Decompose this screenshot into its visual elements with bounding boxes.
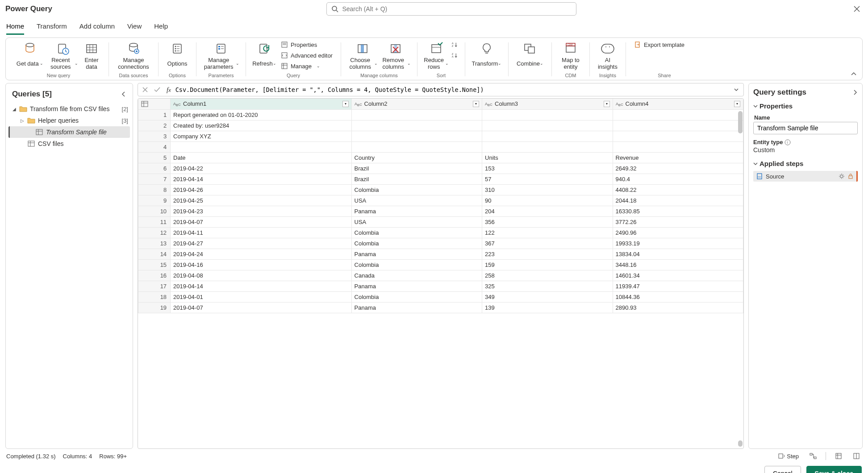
tab-view[interactable]: View — [127, 20, 142, 35]
table-cell[interactable]: 356 — [482, 216, 613, 227]
applied-steps-section[interactable]: Applied steps — [753, 160, 858, 167]
table-cell[interactable] — [613, 131, 743, 141]
get-data-button[interactable]: Get data ⌄ — [14, 40, 46, 72]
table-cell[interactable] — [171, 141, 351, 152]
table-cell[interactable]: 16330.85 — [613, 206, 743, 216]
step-source[interactable]: csv Source — [753, 171, 858, 182]
column-header[interactable]: ABCColumn1▾ — [171, 99, 351, 109]
table-cell[interactable] — [351, 120, 482, 131]
table-row[interactable]: 132019-04-27Colombia36719933.19 — [138, 238, 743, 249]
transform-button[interactable]: Transform⌄ — [471, 40, 503, 72]
table-cell[interactable]: Country — [351, 152, 482, 163]
table-row[interactable]: 102019-04-23Panama20416330.85 — [138, 206, 743, 216]
remove-columns-button[interactable]: Remove columns ⌄ — [380, 40, 412, 72]
table-cell[interactable]: 2019-04-26 — [171, 184, 351, 195]
map-to-entity-button[interactable]: CDM Map to entity — [557, 40, 584, 72]
table-cell[interactable]: 2019-04-01 — [171, 291, 351, 302]
table-cell[interactable]: 2019-04-14 — [171, 281, 351, 291]
table-cell[interactable]: 310 — [482, 184, 613, 195]
table-cell[interactable]: 325 — [482, 281, 613, 291]
table-cell[interactable]: 159 — [482, 259, 613, 270]
tab-transform[interactable]: Transform — [37, 20, 67, 35]
select-all-corner[interactable] — [138, 99, 171, 109]
table-row[interactable]: 82019-04-26Colombia3104408.22 — [138, 184, 743, 195]
table-cell[interactable]: USA — [351, 216, 482, 227]
column-header[interactable]: ABCColumn3▾ — [482, 99, 613, 109]
table-row[interactable]: 172019-04-14Panama32511939.47 — [138, 281, 743, 291]
table-cell[interactable] — [351, 109, 482, 120]
table-cell[interactable]: 2490.96 — [613, 227, 743, 238]
search-box[interactable] — [326, 2, 576, 16]
table-cell[interactable]: 4408.22 — [613, 184, 743, 195]
table-row[interactable]: 92019-04-25USA902044.18 — [138, 195, 743, 206]
tree-item[interactable]: Transform Sample file — [8, 126, 130, 138]
table-cell[interactable]: 153 — [482, 163, 613, 174]
table-cell[interactable]: 2019-04-27 — [171, 238, 351, 249]
table-cell[interactable] — [482, 120, 613, 131]
table-cell[interactable]: 258 — [482, 270, 613, 281]
column-header[interactable]: ABCColumn2▾ — [351, 99, 482, 109]
table-row[interactable]: 162019-04-08Canada25814601.34 — [138, 270, 743, 281]
column-filter-button[interactable]: ▾ — [734, 101, 740, 107]
table-cell[interactable]: Units — [482, 152, 613, 163]
close-button[interactable] — [851, 3, 863, 15]
table-cell[interactable] — [482, 141, 613, 152]
table-cell[interactable] — [482, 131, 613, 141]
manage-connections-button[interactable]: Manage connections — [114, 40, 153, 72]
recent-sources-button[interactable]: Recent sources ⌄ — [47, 40, 79, 72]
formula-expand-button[interactable] — [732, 86, 741, 93]
table-cell[interactable]: 2019-04-07 — [171, 216, 351, 227]
table-cell[interactable]: Panama — [351, 281, 482, 291]
table-row[interactable]: 122019-04-11Colombia1222490.96 — [138, 227, 743, 238]
step-button[interactable]: Step — [776, 452, 801, 461]
column-filter-button[interactable]: ▾ — [473, 101, 479, 107]
table-cell[interactable]: Report generated on 01-01-2020 — [171, 109, 351, 120]
table-cell[interactable]: Colombia — [351, 259, 482, 270]
table-cell[interactable] — [613, 120, 743, 131]
column-filter-button[interactable]: ▾ — [342, 101, 349, 107]
table-cell[interactable]: Panama — [351, 206, 482, 216]
grid-view-button[interactable] — [833, 452, 844, 461]
table-cell[interactable]: 139 — [482, 302, 613, 313]
advanced-editor-button[interactable]: Advanced editor — [278, 50, 335, 60]
table-cell[interactable]: Created by: user9284 — [171, 120, 351, 131]
column-filter-button[interactable]: ▾ — [604, 101, 610, 107]
properties-section[interactable]: Properties — [753, 102, 858, 110]
table-cell[interactable] — [613, 109, 743, 120]
manage-parameters-button[interactable]: Manage parameters ⌄ — [202, 40, 240, 72]
table-cell[interactable]: Canada — [351, 270, 482, 281]
table-cell[interactable]: Colombia — [351, 291, 482, 302]
column-header[interactable]: ABCColumn4▾ — [613, 99, 743, 109]
table-cell[interactable]: 2019-04-23 — [171, 206, 351, 216]
choose-columns-button[interactable]: Choose columns ⌄ — [346, 40, 379, 72]
diagram-view-button[interactable] — [808, 452, 818, 461]
tab-help[interactable]: Help — [154, 20, 168, 35]
table-cell[interactable]: 13834.04 — [613, 249, 743, 259]
table-row[interactable]: 112019-04-07USA3563772.26 — [138, 216, 743, 227]
table-cell[interactable]: 223 — [482, 249, 613, 259]
table-cell[interactable]: 2649.32 — [613, 163, 743, 174]
table-row[interactable]: 72019-04-14Brazil57940.4 — [138, 174, 743, 184]
table-row[interactable]: 62019-04-22Brazil1532649.32 — [138, 163, 743, 174]
table-row[interactable]: 3Company XYZ — [138, 131, 743, 141]
reduce-rows-button[interactable]: Reduce rows ⌄ — [423, 40, 450, 72]
table-cell[interactable]: Panama — [351, 302, 482, 313]
expand-caret[interactable]: ◢ — [12, 107, 17, 112]
tab-home[interactable]: Home — [6, 20, 24, 35]
table-cell[interactable]: Colombia — [351, 227, 482, 238]
table-cell[interactable]: 2019-04-16 — [171, 259, 351, 270]
enter-data-button[interactable]: Enter data — [80, 40, 103, 72]
table-row[interactable]: 192019-04-07Panama1392890.93 — [138, 302, 743, 313]
table-cell[interactable]: 3448.16 — [613, 259, 743, 270]
table-cell[interactable]: 204 — [482, 206, 613, 216]
search-input[interactable] — [342, 5, 572, 12]
table-cell[interactable]: 11939.47 — [613, 281, 743, 291]
scrollbar-thumb-bottom[interactable] — [738, 440, 743, 447]
tab-add-column[interactable]: Add column — [79, 20, 115, 35]
table-cell[interactable]: 2019-04-11 — [171, 227, 351, 238]
info-icon[interactable]: i — [785, 139, 791, 145]
expand-caret[interactable]: ▷ — [20, 118, 25, 123]
table-cell[interactable]: 3772.26 — [613, 216, 743, 227]
sort-asc-button[interactable]: AZ — [451, 40, 459, 50]
formula-input[interactable] — [175, 86, 729, 93]
